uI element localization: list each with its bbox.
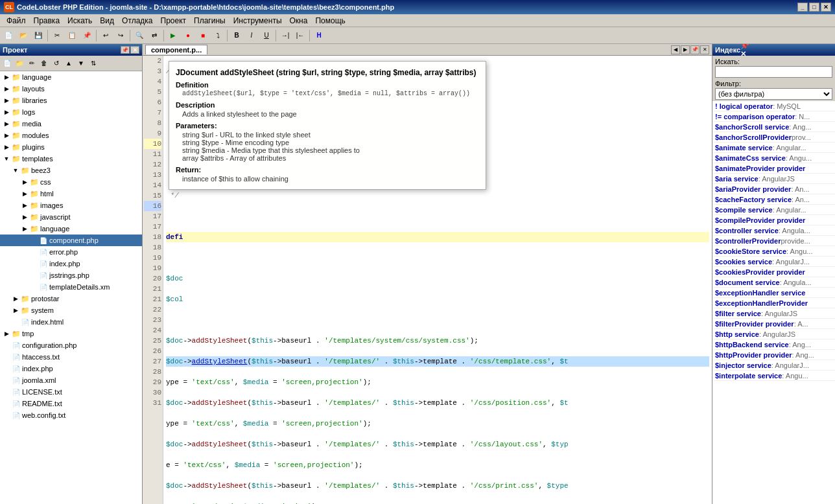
next-file-button[interactable]: ▶	[681, 45, 690, 54]
index-item[interactable]: $httpBackend service : Ang...	[712, 339, 835, 350]
tree-item-index.php[interactable]: 📄index.php	[0, 258, 142, 269]
tree-item-javascript[interactable]: ▶📁javascript	[0, 211, 142, 223]
collapse-btn[interactable]: ▲	[63, 58, 75, 69]
index-item[interactable]: $anchorScrollProvider prov...	[712, 132, 835, 143]
help-btn[interactable]: H	[312, 29, 326, 43]
index-item[interactable]: ! logical operator : MySQL	[712, 101, 835, 111]
stop-btn[interactable]: ■	[196, 29, 210, 43]
index-item[interactable]: $ariaProvider provider : An...	[712, 184, 835, 194]
tree-item-modules[interactable]: ▶📁modules	[0, 130, 142, 141]
underline-btn[interactable]: U	[259, 29, 274, 43]
tree-item-protostar[interactable]: ▶📁protostar	[0, 293, 142, 304]
find-btn[interactable]: 🔍	[132, 29, 147, 43]
menu-item-искать[interactable]: Искать	[64, 15, 96, 27]
replace-btn[interactable]: ⇄	[147, 29, 161, 43]
menu-item-инструменты[interactable]: Инструменты	[229, 15, 286, 27]
index-item[interactable]: $anchorScroll service : Ang...	[712, 122, 835, 132]
menu-item-плагины[interactable]: Плагины	[190, 15, 229, 27]
tree-item-jsstrings.php[interactable]: 📄jsstrings.php	[0, 269, 142, 281]
tree-item-joomla.xml[interactable]: 📄joomla.xml	[0, 374, 142, 386]
tree-item-LICENSE.txt[interactable]: 📄LICENSE.txt	[0, 386, 142, 398]
new-file-btn[interactable]: 📄	[1, 58, 13, 69]
index-item[interactable]: $injector service : AngularJ...	[712, 360, 835, 371]
tree-item-html[interactable]: ▶📁html	[0, 188, 142, 200]
index-item[interactable]: $cookiesProvider provider	[712, 267, 835, 277]
bold-btn[interactable]: B	[229, 29, 244, 43]
index-item[interactable]: $filterProvider provider : A...	[712, 319, 835, 329]
menu-item-помощь[interactable]: Помощь	[311, 15, 349, 27]
cut-btn[interactable]: ✂	[50, 29, 64, 43]
tree-item-language2[interactable]: ▶📁language	[0, 223, 142, 235]
italic-btn[interactable]: I	[244, 29, 259, 43]
index-item[interactable]: $aria service : AngularJS	[712, 174, 835, 184]
editor-nav-buttons[interactable]: ◀ ▶ 📌 ✕	[671, 45, 709, 54]
index-item[interactable]: $compile service : Angular...	[712, 205, 835, 215]
tree-item-beez3[interactable]: ▼📁beez3	[0, 165, 142, 176]
tree-item-tmp[interactable]: ▶📁tmp	[0, 328, 142, 339]
tree-item-templateDetails.xml[interactable]: 📄templateDetails.xm	[0, 281, 142, 293]
pin-editor-button[interactable]: 📌	[690, 45, 700, 54]
close-button[interactable]: ✕	[821, 3, 831, 12]
tree-item-configuration.php[interactable]: 📄configuration.php	[0, 339, 142, 351]
sync-btn[interactable]: ⇅	[88, 58, 99, 69]
refresh-btn[interactable]: ↺	[51, 58, 62, 69]
editor-area[interactable]: 2 3 4 5 6 7 8 9 10 11 12 13 14 15 16 17 …	[143, 56, 712, 504]
tree-item-htaccess.txt[interactable]: 📄htaccess.txt	[0, 351, 142, 363]
panel-pin-button[interactable]: 📌	[121, 46, 130, 54]
index-item[interactable]: $animateCss service : Angu...	[712, 153, 835, 163]
index-item[interactable]: $animate service : Angular...	[712, 143, 835, 153]
run-btn[interactable]: ▶	[166, 29, 180, 43]
rename-btn[interactable]: ✏	[26, 58, 38, 69]
index-pin-button[interactable]: 📌	[740, 44, 749, 50]
tree-item-plugins[interactable]: ▶📁plugins	[0, 141, 142, 153]
search-input[interactable]	[715, 66, 832, 78]
redo-btn[interactable]: ↪	[113, 29, 128, 43]
index-item[interactable]: $filter service : AngularJS	[712, 308, 835, 319]
index-item[interactable]: $exceptionHandlerProvider	[712, 298, 835, 308]
delete-btn[interactable]: 🗑	[38, 58, 50, 69]
index-item[interactable]: $document service : Angula...	[712, 277, 835, 288]
close-editor-button[interactable]: ✕	[700, 45, 709, 54]
window-controls[interactable]: _ □ ✕	[797, 3, 831, 12]
panel-close-button[interactable]: ✕	[130, 46, 139, 54]
open-btn[interactable]: 📂	[16, 29, 30, 43]
index-item[interactable]: $cacheFactory service : An...	[712, 194, 835, 205]
step-btn[interactable]: ⤵	[211, 29, 225, 43]
minimize-button[interactable]: _	[797, 3, 808, 12]
tree-item-css[interactable]: ▶📁css	[0, 176, 142, 188]
index-item[interactable]: $controller service : Angula...	[712, 225, 835, 236]
index-list[interactable]: ! logical operator : MySQL!= comparison …	[712, 101, 835, 504]
index-item[interactable]: $http service : AngularJS	[712, 329, 835, 339]
index-item[interactable]: $controllerProvider provide...	[712, 236, 835, 246]
tree-item-libraries[interactable]: ▶📁libraries	[0, 95, 142, 106]
tree-item-layouts[interactable]: ▶📁layouts	[0, 83, 142, 95]
menu-item-файл[interactable]: Файл	[3, 15, 30, 27]
new-btn[interactable]: 📄	[1, 29, 16, 43]
editor-tab[interactable]: component.p...	[145, 45, 207, 54]
debug-btn[interactable]: ●	[181, 29, 195, 43]
tree-item-logs[interactable]: ▶📁logs	[0, 106, 142, 118]
indent-btn[interactable]: →|	[278, 29, 292, 43]
menu-item-отладка[interactable]: Отладка	[118, 15, 156, 27]
tree-item-index.html[interactable]: 📄index.html	[0, 316, 142, 328]
tree-item-templates[interactable]: ▼📁templates	[0, 153, 142, 165]
tree-item-error.php[interactable]: 📄error.php	[0, 246, 142, 258]
undo-btn[interactable]: ↩	[99, 29, 113, 43]
index-item[interactable]: $cookieStore service : Angu...	[712, 246, 835, 257]
tree-item-component.php[interactable]: 📄component.php	[0, 235, 142, 246]
paste-btn[interactable]: 📌	[80, 29, 94, 43]
tree-item-web.config.txt[interactable]: 📄web.config.txt	[0, 409, 142, 421]
tree-item-images[interactable]: ▶📁images	[0, 200, 142, 211]
index-item[interactable]: $exceptionHandler service	[712, 288, 835, 298]
menu-item-окна[interactable]: Окна	[286, 15, 312, 27]
tree-item-index.php2[interactable]: 📄index.php	[0, 363, 142, 374]
tree-item-README.txt[interactable]: 📄README.txt	[0, 398, 142, 409]
expand-btn[interactable]: ▼	[75, 58, 87, 69]
filter-select[interactable]: (без фильтра)	[715, 88, 832, 100]
new-folder-btn[interactable]: 📁	[14, 58, 25, 69]
copy-btn[interactable]: 📋	[65, 29, 79, 43]
index-item[interactable]: $cookies service : AngularJ...	[712, 257, 835, 267]
file-tree[interactable]: ▶📁language▶📁layouts▶📁libraries▶📁logs▶📁me…	[0, 71, 142, 504]
index-item[interactable]: $compileProvider provider	[712, 215, 835, 225]
prev-file-button[interactable]: ◀	[671, 45, 680, 54]
